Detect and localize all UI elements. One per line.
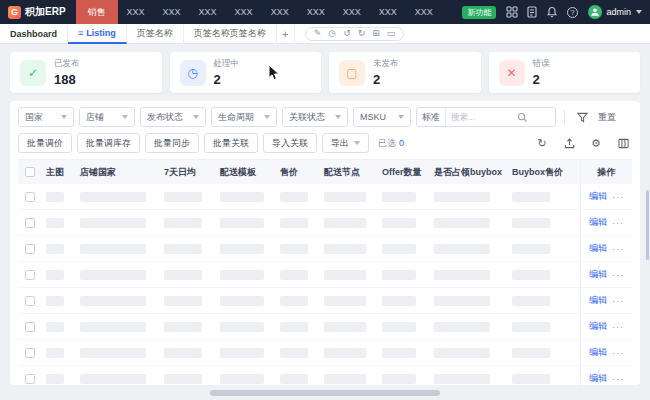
horizontal-scrollbar-thumb[interactable] <box>210 390 440 396</box>
nav-item[interactable]: XXX <box>334 0 370 24</box>
country-select[interactable]: 国家 <box>18 107 74 127</box>
search-group: 标准 <box>416 107 556 127</box>
row-checkbox[interactable] <box>25 192 35 202</box>
redo-icon[interactable]: ↻ <box>358 29 366 38</box>
app-logo[interactable]: G 积加ERP <box>8 5 66 19</box>
skeleton-bar <box>220 322 264 332</box>
top-navigation-bar: G 积加ERP 销售 XXX XXX XXX XXX XXX XXX XXX X… <box>0 0 650 24</box>
column-settings-icon[interactable] <box>614 134 632 152</box>
card-label: 已发布 <box>54 58 80 70</box>
search-input[interactable] <box>446 112 512 122</box>
save-icon[interactable]: ⊞ <box>372 29 380 38</box>
edit-icon[interactable]: ✎ <box>314 29 322 38</box>
msku-select[interactable]: MSKU <box>353 107 411 127</box>
export-button[interactable]: 导出 <box>322 133 369 153</box>
tab-page[interactable]: 页签名称 <box>127 24 184 44</box>
edit-link[interactable]: 编辑 <box>589 242 607 255</box>
row-checkbox[interactable] <box>25 348 35 358</box>
logo-icon: G <box>8 6 21 19</box>
notification-bell-icon[interactable] <box>544 4 560 20</box>
row-checkbox[interactable] <box>25 270 35 280</box>
more-actions-button[interactable]: ··· <box>612 296 624 306</box>
skeleton-bar <box>80 296 146 306</box>
nav-item[interactable]: XXX <box>406 0 442 24</box>
gear-icon[interactable]: ⚙ <box>587 134 605 152</box>
nav-item[interactable]: XXX <box>262 0 298 24</box>
bulk-adjust-stock-button[interactable]: 批量调库存 <box>77 133 140 153</box>
nav-item[interactable]: XXX <box>370 0 406 24</box>
apps-grid-icon[interactable] <box>504 4 520 20</box>
tab-listing[interactable]: ≡ Listing <box>68 24 127 44</box>
row-checkbox[interactable] <box>25 322 35 332</box>
nav-item[interactable]: XXX <box>154 0 190 24</box>
card-value: 2 <box>533 72 550 87</box>
nav-item[interactable]: XXX <box>190 0 226 24</box>
username-label[interactable]: admin <box>606 7 631 17</box>
edit-link[interactable]: 编辑 <box>589 294 607 307</box>
card-processing[interactable]: ◷ 处理中 2 <box>170 52 322 93</box>
edit-link[interactable]: 编辑 <box>589 320 607 333</box>
chevron-down-icon[interactable] <box>636 10 642 14</box>
nav-item[interactable]: XXX <box>118 0 154 24</box>
bulk-reprice-button[interactable]: 批量调价 <box>18 133 72 153</box>
more-actions-button[interactable]: ··· <box>612 348 624 358</box>
edit-link[interactable]: 编辑 <box>589 190 607 203</box>
edit-link[interactable]: 编辑 <box>589 372 607 385</box>
add-tab-button[interactable]: + <box>277 24 295 44</box>
export-table-icon[interactable] <box>560 134 578 152</box>
card-value: 2 <box>373 72 399 87</box>
tab-dashboard[interactable]: Dashboard <box>0 24 68 44</box>
card-error[interactable]: ✕ 错误 2 <box>489 52 641 93</box>
unpublished-icon: ▢ <box>339 60 365 86</box>
more-actions-button[interactable]: ··· <box>612 244 624 254</box>
image-skeleton <box>46 322 64 332</box>
nav-item[interactable]: XXX <box>298 0 334 24</box>
card-published[interactable]: ✓ 已发布 188 <box>10 52 162 93</box>
card-unpublished[interactable]: ▢ 未发布 2 <box>329 52 481 93</box>
store-select[interactable]: 店铺 <box>79 107 135 127</box>
more-actions-button[interactable]: ··· <box>612 218 624 228</box>
skeleton-bar <box>164 296 202 306</box>
more-actions-button[interactable]: ··· <box>612 374 624 384</box>
row-checkbox[interactable] <box>25 244 35 254</box>
more-actions-button[interactable]: ··· <box>612 270 624 280</box>
edit-link[interactable]: 编辑 <box>589 268 607 281</box>
monitor-icon[interactable]: ▭ <box>387 29 396 38</box>
skeleton-bar <box>220 270 264 280</box>
edit-link[interactable]: 编辑 <box>589 216 607 229</box>
publish-status-select[interactable]: 发布状态 <box>140 107 206 127</box>
advanced-filter-icon[interactable] <box>573 108 591 126</box>
skeleton-bar <box>382 270 416 280</box>
refresh-icon[interactable]: ↻ <box>533 134 551 152</box>
bulk-link-button[interactable]: 批量关联 <box>204 133 258 153</box>
link-status-select[interactable]: 关联状态 <box>282 107 348 127</box>
history-clock-icon[interactable]: ◷ <box>328 29 336 38</box>
skeleton-bar <box>434 348 490 358</box>
search-type-select[interactable]: 标准 <box>417 108 446 126</box>
more-actions-button[interactable]: ··· <box>612 322 624 332</box>
skeleton-bar <box>280 244 308 254</box>
tab-page[interactable]: 页签名称页签名称 <box>184 24 277 44</box>
skeleton-bar <box>324 270 366 280</box>
search-icon[interactable] <box>512 112 532 123</box>
row-checkbox[interactable] <box>25 374 35 384</box>
nav-item-sales[interactable]: 销售 <box>76 0 118 24</box>
new-feature-badge[interactable]: 新功能 <box>462 6 496 19</box>
user-avatar[interactable] <box>588 5 602 19</box>
document-icon[interactable] <box>524 4 540 20</box>
reset-button[interactable]: 重置 <box>596 111 618 124</box>
more-actions-button[interactable]: ··· <box>612 192 624 202</box>
edit-link[interactable]: 编辑 <box>589 346 607 359</box>
row-checkbox[interactable] <box>25 296 35 306</box>
vertical-scrollbar-thumb[interactable] <box>646 190 649 260</box>
lifecycle-select[interactable]: 生命周期 <box>211 107 277 127</box>
bulk-sync-button[interactable]: 批量同步 <box>145 133 199 153</box>
row-checkbox[interactable] <box>25 218 35 228</box>
skeleton-bar <box>434 296 490 306</box>
help-icon[interactable]: ? <box>564 4 580 20</box>
import-link-button[interactable]: 导入关联 <box>263 133 317 153</box>
table-row: 编辑 ··· <box>18 184 632 210</box>
undo-icon[interactable]: ↺ <box>343 29 351 38</box>
select-all-checkbox[interactable] <box>25 167 35 177</box>
nav-item[interactable]: XXX <box>226 0 262 24</box>
